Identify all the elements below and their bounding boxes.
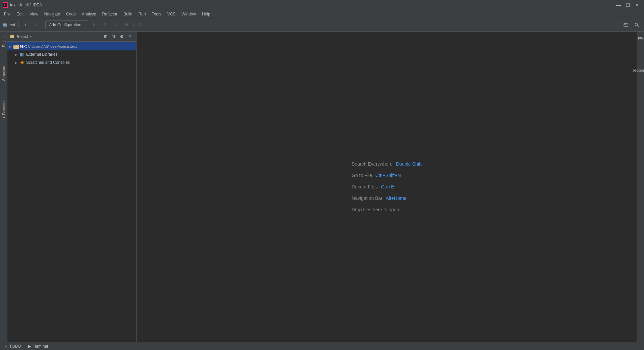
settings-button[interactable]: ⚙	[118, 33, 125, 40]
project-panel: Project ▼ ⇅ ⚙ ✕ ▶	[7, 32, 137, 342]
sidebar-item-structure[interactable]: Structure	[1, 63, 6, 84]
welcome-label-search: Search Everywhere	[352, 161, 392, 167]
title-controls: — ❐ ✕	[614, 2, 641, 8]
collapse-all-button[interactable]	[102, 33, 109, 40]
tree-item-root[interactable]: ▶ text C:\Users\AS\IdeaProjects\text	[7, 42, 136, 50]
menu-edit[interactable]: Edit	[14, 11, 26, 17]
tree-label-external-libs: External Libraries	[26, 52, 57, 57]
welcome-drop-text: Drop files here to open	[352, 207, 399, 212]
todo-label: TODO	[9, 344, 21, 349]
menu-file[interactable]: File	[1, 11, 13, 17]
menu-bar: File Edit View Navigate Code Analyze Ref…	[0, 10, 644, 18]
welcome-row-search: Search Everywhere Double Shift	[352, 161, 421, 167]
tree-expand-arrow-scratch: ▶	[15, 61, 19, 64]
svg-line-14	[638, 26, 639, 27]
svg-rect-22	[20, 53, 21, 56]
sidebar-item-project[interactable]: Project	[1, 33, 6, 50]
welcome-content: Search Everywhere Double Shift Go to Fil…	[352, 161, 421, 212]
project-title[interactable]: Project ▼	[10, 34, 32, 39]
left-sidebar: Project Structure ★ Favorites	[0, 32, 7, 342]
open-file-button[interactable]	[621, 20, 631, 30]
add-configuration-button[interactable]: Add Configuration...	[45, 20, 88, 29]
project-dropdown-arrow: ▼	[29, 35, 32, 38]
bottom-tab-terminal[interactable]: ▶ Terminal	[25, 343, 51, 349]
project-icon	[3, 23, 7, 27]
back-button[interactable]	[21, 20, 30, 30]
sort-button[interactable]: ⇅	[110, 33, 117, 40]
bottom-tab-todo[interactable]: ✓ TODO	[1, 343, 24, 349]
svg-rect-16	[10, 35, 12, 36]
welcome-shortcut-navbar[interactable]: Alt+Home	[386, 195, 407, 201]
welcome-shortcut-search[interactable]: Double Shift	[396, 161, 421, 167]
menu-window[interactable]: Window	[179, 11, 199, 17]
terminal-label: Terminal	[33, 344, 48, 349]
tree-item-scratches[interactable]: ▶ Scratches and Consoles	[7, 58, 136, 67]
welcome-label-navbar: Navigation Bar	[352, 195, 382, 201]
project-breadcrumb: text	[3, 23, 15, 27]
search-everywhere-button[interactable]	[632, 20, 641, 30]
welcome-label-recentfiles: Recent Files	[352, 184, 378, 189]
menu-view[interactable]: View	[27, 11, 41, 17]
svg-rect-21	[13, 45, 16, 46]
welcome-shortcut-recentfiles[interactable]: Ctrl+E	[381, 184, 394, 189]
coverage-icon	[113, 23, 118, 27]
stop-button[interactable]	[122, 20, 131, 30]
svg-rect-23	[21, 53, 22, 56]
menu-code[interactable]: Code	[63, 11, 78, 17]
debug-icon	[103, 23, 107, 27]
tree-folder-icon-root	[13, 44, 19, 49]
todo-icon: ✓	[5, 344, 8, 349]
right-tab-database[interactable]: Database	[630, 68, 644, 73]
project-panel-header: Project ▼ ⇅ ⚙ ✕	[7, 32, 136, 42]
debug-button[interactable]	[100, 20, 110, 30]
run-button[interactable]	[90, 20, 99, 30]
library-svg	[19, 52, 25, 57]
forward-button[interactable]	[32, 20, 41, 30]
tree-scratch-icon	[19, 60, 25, 65]
coverage-button[interactable]	[111, 20, 120, 30]
restore-button[interactable]: ❐	[624, 2, 632, 8]
sidebar-item-favorites[interactable]: ★ Favorites	[1, 97, 6, 123]
star-icon: ★	[1, 116, 6, 120]
collapse-icon	[104, 34, 108, 39]
svg-rect-10	[125, 24, 128, 26]
title-text: text - IntelliJ IDEA	[10, 3, 42, 7]
right-tab-ant[interactable]: Ant	[635, 36, 644, 41]
svg-rect-4	[3, 24, 5, 25]
main-layout: Project Structure ★ Favorites Project ▼	[0, 32, 644, 342]
welcome-shortcut-gotofile[interactable]: Ctrl+Shift+N	[375, 173, 401, 178]
update-button[interactable]	[136, 20, 145, 30]
tree-item-external-libraries[interactable]: ▶ External Libraries	[7, 50, 136, 58]
close-button[interactable]: ✕	[633, 2, 641, 8]
app-icon: J	[3, 2, 8, 8]
search-icon	[634, 23, 639, 27]
svg-text:J: J	[3, 4, 5, 7]
menu-build[interactable]: Build	[121, 11, 135, 17]
terminal-icon: ▶	[28, 344, 31, 349]
scratch-svg	[19, 60, 25, 65]
menu-refactor[interactable]: Refactor	[100, 11, 120, 17]
tree-library-icon	[19, 52, 25, 57]
tree-expand-arrow-root: ▶	[9, 45, 13, 48]
project-header-icons: ⇅ ⚙ ✕	[102, 33, 133, 40]
folder-svg	[13, 44, 19, 49]
close-panel-button[interactable]: ✕	[126, 33, 133, 40]
minimize-button[interactable]: —	[614, 2, 623, 8]
menu-vcs[interactable]: VCS	[165, 11, 178, 17]
menu-analyze[interactable]: Analyze	[79, 11, 99, 17]
menu-tools[interactable]: Tools	[149, 11, 164, 17]
welcome-row-drop: Drop files here to open	[352, 207, 421, 212]
toolbar-separator-2	[43, 21, 43, 28]
svg-rect-24	[22, 53, 23, 56]
toolbar: text Add Configuration...	[0, 18, 644, 32]
menu-run[interactable]: Run	[136, 11, 149, 17]
project-name-label: text	[9, 23, 15, 27]
menu-help[interactable]: Help	[199, 11, 213, 17]
welcome-label-gotofile: Go to File	[352, 173, 372, 178]
run-icon	[92, 23, 97, 27]
update-icon	[138, 23, 143, 27]
svg-marker-5	[93, 23, 96, 27]
toolbar-separator-1	[18, 21, 19, 28]
tree-label-scratches: Scratches and Consoles	[26, 60, 70, 65]
menu-navigate[interactable]: Navigate	[42, 11, 63, 17]
